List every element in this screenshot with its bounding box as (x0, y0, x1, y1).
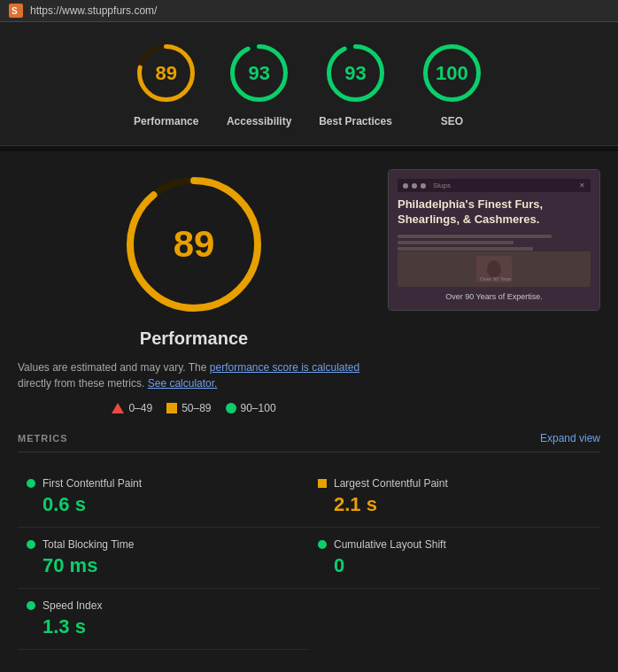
metric-si-indicator (27, 601, 35, 610)
metrics-title: METRICS (18, 433, 68, 444)
score-card-accessibility[interactable]: 93 Accessibility (226, 40, 292, 127)
legend-pass: 90–100 (226, 402, 276, 414)
metric-cls-name: Cumulative Layout Shift (334, 538, 446, 551)
metric-fcp-indicator (27, 479, 35, 488)
metrics-grid: First Contentful Paint 0.6 s Largest Con… (18, 467, 600, 650)
score-label-performance: Performance (134, 115, 198, 127)
score-value-best-practices: 93 (344, 62, 366, 85)
preview-title-bar: Slups ✕ (398, 179, 591, 192)
pass-icon (226, 403, 236, 413)
performance-description: Values are estimated and may vary. The p… (18, 359, 370, 391)
legend-average: 50–89 (166, 402, 211, 414)
metric-tbt-name: Total Blocking Time (42, 538, 134, 551)
score-label-accessibility: Accessibility (227, 115, 291, 127)
svg-point-13 (487, 260, 501, 278)
preview-close: ✕ (579, 182, 585, 189)
metric-si-header: Speed Index (27, 599, 300, 612)
score-ring-accessibility: 93 (226, 40, 292, 106)
score-value-accessibility: 93 (248, 62, 269, 85)
average-icon (166, 403, 177, 413)
score-value-performance: 89 (155, 62, 176, 85)
metric-fcp-value: 0.6 s (27, 493, 300, 516)
expand-view-button[interactable]: Expand view (540, 432, 600, 444)
metric-cls-value: 0 (318, 554, 591, 577)
score-card-best-practices[interactable]: 93 Best Practices (319, 40, 392, 127)
top-bar: S https://www.stuppfurs.com/ (0, 0, 618, 22)
score-ring-performance: 89 (133, 40, 199, 106)
metric-largest-contentful-paint: Largest Contentful Paint 2.1 s (309, 467, 600, 528)
metrics-section: METRICS Expand view First Contentful Pai… (0, 432, 618, 668)
preview-body (398, 235, 591, 251)
metric-total-blocking-time: Total Blocking Time 70 ms (18, 528, 309, 589)
site-icon: S (9, 4, 23, 18)
metric-si-value: 1.3 s (27, 615, 300, 638)
preview-dot-2 (412, 183, 417, 189)
metric-tbt-header: Total Blocking Time (27, 538, 300, 551)
score-legend: 0–49 50–89 90–100 (112, 402, 275, 414)
score-card-seo[interactable]: 100 SEO (419, 40, 485, 127)
metric-first-contentful-paint: First Contentful Paint 0.6 s (18, 467, 309, 528)
fail-icon (112, 403, 124, 413)
main-content: 89 Performance Values are estimated and … (0, 151, 618, 432)
preview-footer: Over 90 Years of Expertise. (398, 292, 591, 301)
left-panel: 89 Performance Values are estimated and … (18, 169, 370, 414)
calculator-link[interactable]: See calculator. (148, 377, 218, 390)
metric-tbt-value: 70 ms (27, 554, 300, 577)
preview-inner: Slups ✕ Philadelphia's Finest Furs, Shea… (389, 170, 599, 310)
score-ring-seo: 100 (419, 40, 485, 106)
metric-lcp-header: Largest Contentful Paint (318, 477, 591, 490)
metric-lcp-name: Largest Contentful Paint (334, 477, 448, 490)
score-card-performance[interactable]: 89 Performance (133, 40, 199, 127)
metric-lcp-value: 2.1 s (318, 493, 591, 516)
description-mid: directly from these metrics. (18, 377, 144, 390)
legend-fail: 0–49 (112, 402, 152, 414)
metric-tbt-indicator (27, 540, 35, 549)
preview-image: Over 90 Years (398, 251, 591, 287)
url-text: https://www.stuppfurs.com/ (30, 4, 157, 17)
large-score-value: 89 (174, 223, 215, 266)
metric-fcp-name: First Contentful Paint (42, 477, 142, 490)
svg-text:S: S (12, 6, 18, 16)
metric-fcp-header: First Contentful Paint (27, 477, 300, 490)
metrics-header: METRICS Expand view (18, 432, 600, 452)
preview-url-bar: Slups (433, 182, 451, 189)
fail-range: 0–49 (128, 402, 152, 414)
pass-range: 90–100 (241, 402, 276, 414)
average-range: 50–89 (182, 402, 211, 414)
score-label-seo: SEO (441, 115, 463, 127)
large-performance-ring: 89 (119, 169, 269, 320)
metric-cumulative-layout-shift: Cumulative Layout Shift 0 (309, 528, 600, 589)
score-value-seo: 100 (436, 62, 468, 85)
preview-dot-1 (403, 183, 408, 189)
preview-dot-3 (421, 183, 426, 189)
metric-cls-indicator (318, 540, 327, 549)
site-preview-box: Slups ✕ Philadelphia's Finest Furs, Shea… (388, 169, 600, 311)
metric-si-name: Speed Index (42, 599, 102, 612)
svg-text:Over 90 Years: Over 90 Years (480, 276, 512, 282)
metric-lcp-indicator (318, 479, 327, 488)
preview-heading: Philadelphia's Finest Furs, Shearlings, … (398, 197, 591, 228)
description-text: Values are estimated and may vary. The (18, 361, 206, 374)
perf-score-link[interactable]: performance score is calculated (210, 361, 359, 374)
score-ring-best-practices: 93 (322, 40, 389, 106)
metric-cls-header: Cumulative Layout Shift (318, 538, 591, 551)
metric-speed-index: Speed Index 1.3 s (18, 589, 309, 650)
score-label-best-practices: Best Practices (319, 115, 392, 127)
performance-label: Performance (140, 328, 248, 349)
scores-section: 89 Performance 93 Accessibility 93 Best … (0, 22, 618, 146)
site-preview-panel: Slups ✕ Philadelphia's Finest Furs, Shea… (388, 169, 600, 414)
